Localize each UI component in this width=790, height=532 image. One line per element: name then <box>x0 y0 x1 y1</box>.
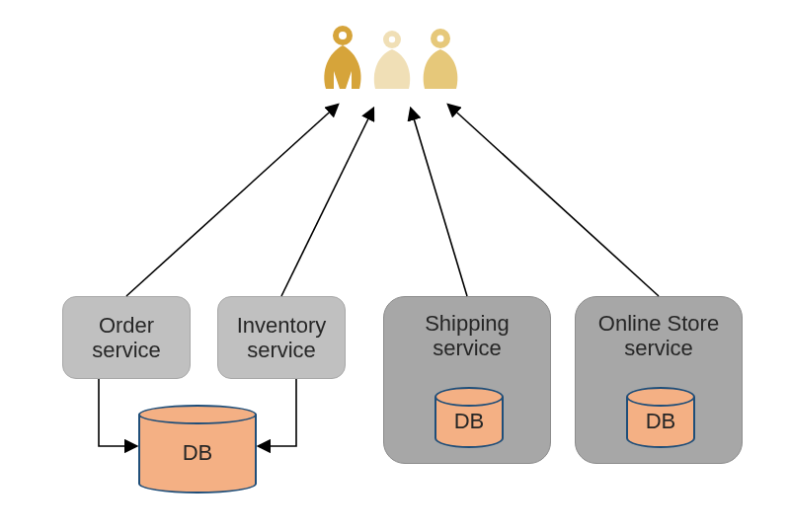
online-store-service-label: Online Storeservice <box>598 311 719 361</box>
svg-point-3 <box>389 37 395 42</box>
inventory-service-box: Inventoryservice <box>217 296 346 379</box>
online-store-db-cylinder: DB <box>626 387 695 448</box>
arrow-order-to-db <box>99 379 136 446</box>
order-service-box: Orderservice <box>62 296 191 379</box>
inventory-service-label: Inventoryservice <box>237 313 327 363</box>
user-icon <box>367 30 417 97</box>
users-icon-cluster <box>316 24 474 103</box>
user-icon <box>316 24 370 93</box>
arrow-order-to-users <box>126 105 338 296</box>
shipping-service-label: Shippingservice <box>425 311 510 361</box>
shipping-db-cylinder: DB <box>434 387 504 448</box>
online-store-db-label: DB <box>626 409 695 434</box>
svg-point-5 <box>437 36 444 42</box>
shared-db-label: DB <box>138 440 257 466</box>
user-icon <box>415 28 466 97</box>
arrow-inventory-to-db <box>259 379 296 446</box>
svg-point-1 <box>339 32 347 39</box>
shipping-db-label: DB <box>434 409 504 434</box>
arrow-shipping-to-users <box>411 109 467 296</box>
arrow-online-store-to-users <box>448 105 659 296</box>
shared-db-cylinder: DB <box>138 405 257 494</box>
arrow-inventory-to-users <box>281 109 373 296</box>
order-service-label: Orderservice <box>92 313 161 363</box>
